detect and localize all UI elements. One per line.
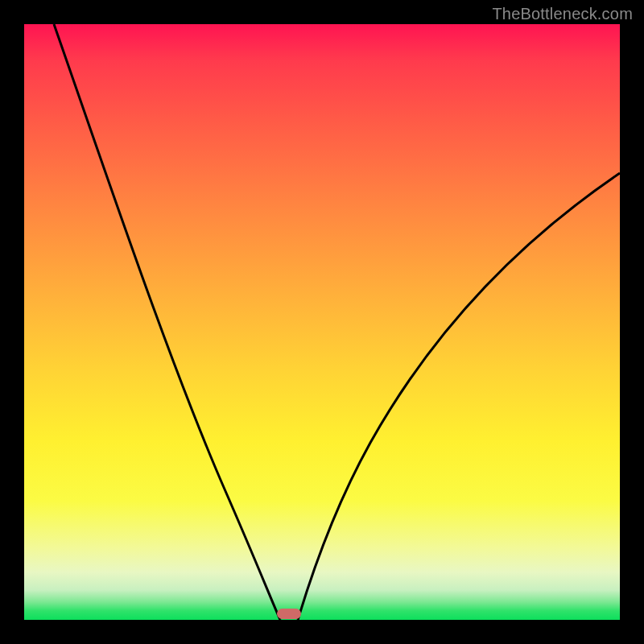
right-curve (298, 173, 620, 620)
curve-layer (24, 24, 620, 620)
chart-frame: TheBottleneck.com (0, 0, 644, 644)
left-curve (54, 24, 280, 620)
watermark-text: TheBottleneck.com (492, 5, 633, 23)
plot-area (24, 24, 620, 620)
bottleneck-marker (277, 609, 301, 619)
